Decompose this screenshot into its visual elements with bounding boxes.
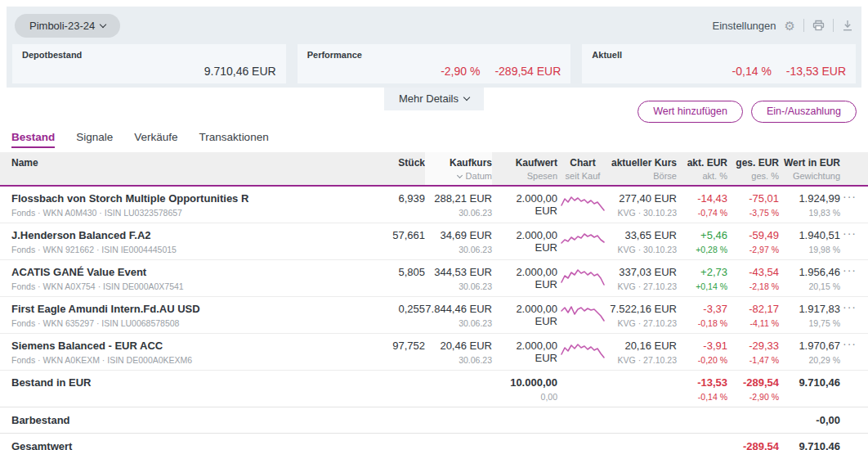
fund-ids: Fonds · WKN A0X754 · ISIN DE000A0X7541 [11, 281, 368, 291]
tab-transaktionen[interactable]: Transaktionen [199, 131, 269, 148]
add-value-button[interactable]: Wert hinzufügen [638, 101, 743, 123]
col-kaufkurs-sorted[interactable]: Kaufkurs Datum [425, 152, 492, 185]
row-menu-icon[interactable]: ··· [840, 340, 857, 348]
fund-name[interactable]: Siemens Balanced - EUR ACC [11, 340, 368, 352]
summary-row-gesamtwert: Gesamtwert -289,54 9.710,46 [0, 434, 868, 450]
card-label: Performance [307, 50, 562, 60]
divider [833, 19, 834, 32]
kaufkurs-value: 20,46 EUR [425, 340, 492, 352]
ges-pct-value: -4,11 % [727, 318, 779, 328]
download-icon[interactable] [842, 20, 853, 31]
sort-chevron-icon [457, 172, 463, 178]
gewichtung-value: 20,29 % [779, 355, 840, 365]
sparkline-chart [560, 267, 606, 288]
summary-wert: 9.710,46 [779, 376, 840, 389]
ges-eur-value: -59,49 [727, 229, 779, 241]
fund-name[interactable]: Flossbach von Storch Multiple Opportunit… [11, 192, 368, 205]
summary-label: Gesamtwert [11, 440, 368, 450]
kauf-datum: 30.06.23 [425, 281, 492, 291]
col-kurs[interactable]: aktueller Kurs Börse [608, 152, 677, 185]
row-menu-icon[interactable]: ··· [840, 266, 857, 274]
fund-name[interactable]: J.Henderson Balanced F.A2 [11, 229, 368, 241]
tab-signale[interactable]: Signale [76, 131, 113, 148]
akt-eur-value: -3,91 [677, 340, 727, 352]
boerse-info: KVG · 27.10.23 [608, 281, 677, 291]
akt-eur-value: -3,37 [677, 303, 727, 315]
akt-pct-value: +0,14 % [677, 281, 727, 291]
fund-name[interactable]: ACATIS GANÉ Value Event [11, 266, 368, 278]
summary-spesen: 0,00 [492, 392, 557, 402]
akt-eur-value: +5,46 [677, 229, 727, 241]
table-row: Siemens Balanced - EUR ACCFonds · WKN A0… [0, 334, 868, 371]
settings-label: Einstellungen [712, 20, 776, 32]
kurs-value: 7.522,16 EUR [608, 303, 677, 315]
col-name[interactable]: Name [11, 152, 368, 185]
gewichtung-value: 19,98 % [779, 245, 840, 254]
depot-value: 9.710,46 EUR [204, 65, 276, 78]
aktuell-value: -13,53 EUR [786, 65, 846, 78]
col-wert[interactable]: Wert in EUR Gewichtung [779, 152, 840, 185]
ges-eur-value: -29,33 [727, 340, 779, 352]
table-row: Flossbach von Storch Multiple Opportunit… [0, 187, 868, 223]
settings-toolbar: Einstellungen ⚙ [712, 19, 853, 32]
card-label: Aktuell [592, 50, 846, 60]
gesamtwert-ges-eur: -289,54 [727, 440, 779, 450]
portfolio-name: Pimboli-23-24 [29, 20, 95, 32]
portfolio-page: Pimboli-23-24 Einstellungen ⚙ [0, 0, 868, 450]
col-chart[interactable]: Chart seit Kauf [557, 152, 608, 185]
akt-pct-value: -0,74 % [677, 208, 727, 218]
sparkline-chart [560, 340, 606, 362]
summary-band: Pimboli-23-24 Einstellungen ⚙ [7, 7, 861, 88]
col-kaufwert[interactable]: Kaufwert Spesen [492, 152, 557, 185]
summary-akt-eur: -13,53 [677, 376, 727, 389]
card-performance: Performance -2,90 % -289,54 EUR [298, 44, 571, 83]
fund-name[interactable]: First Eagle Amundi Intern.Fd.AU USD [11, 303, 368, 315]
boerse-info: KVG · 27.10.23 [608, 355, 677, 365]
ges-pct-value: -3,75 % [727, 208, 779, 218]
details-actions-row: Mehr Details Wert hinzufügen Ein-/Auszah… [0, 88, 868, 126]
kpi-cards: Depotbestand 9.710,46 EUR Performance -2… [12, 44, 856, 83]
ges-eur-value: -82,17 [727, 303, 779, 315]
more-details-label: Mehr Details [399, 92, 459, 105]
row-menu-icon[interactable]: ··· [840, 192, 857, 200]
wert-value: 1.917,83 [779, 303, 840, 315]
col-akt-eur[interactable]: akt. EUR akt. % [677, 152, 727, 185]
boerse-info: KVG · 27.10.23 [608, 318, 677, 328]
boerse-info: KVG · 30.10.23 [608, 245, 677, 254]
tab-bestand[interactable]: Bestand [11, 131, 55, 148]
kurs-value: 337,03 EUR [608, 266, 677, 278]
deposit-withdrawal-button[interactable]: Ein-/Auszahlung [751, 101, 857, 123]
gesamtwert-wert: 9.710,46 [779, 440, 840, 450]
more-details-button[interactable]: Mehr Details [384, 88, 484, 110]
kaufkurs-value: 7.844,46 EUR [425, 303, 492, 315]
tab-bar: Bestand Signale Verkäufe Transaktionen [0, 126, 868, 152]
gear-icon[interactable]: ⚙ [785, 20, 795, 32]
akt-eur-value: -14,43 [677, 192, 727, 205]
barbestand-wert: -0,00 [779, 414, 840, 426]
col-ges-eur[interactable]: ges. EUR ges. % [727, 152, 779, 185]
card-aktuell: Aktuell -0,14 % -13,53 EUR [582, 44, 856, 83]
col-stueck[interactable]: Stück [368, 152, 425, 185]
performance-percent: -2,90 % [441, 65, 480, 78]
card-label: Depotbestand [22, 50, 276, 60]
table-header: Name Stück Kaufkurs Datum Kaufwert Spese… [0, 152, 868, 187]
gewichtung-value: 19,83 % [779, 208, 840, 218]
row-menu-icon[interactable]: ··· [840, 303, 857, 311]
stueck-value: 0,255 [368, 303, 425, 315]
row-menu-icon[interactable]: ··· [840, 229, 857, 237]
kurs-value: 33,65 EUR [608, 229, 677, 241]
kaufwert-value: 2.000,00 EUR [492, 266, 557, 290]
chevron-down-icon [100, 20, 106, 27]
kurs-value: 277,40 EUR [608, 192, 677, 205]
kaufkurs-value: 34,69 EUR [425, 229, 492, 241]
table-row: First Eagle Amundi Intern.Fd.AU USDFonds… [0, 297, 868, 334]
print-icon[interactable] [812, 20, 825, 31]
tab-verkaeufe[interactable]: Verkäufe [134, 131, 177, 148]
summary-akt-pct: -0,14 % [677, 392, 727, 402]
table-row: ACATIS GANÉ Value EventFonds · WKN A0X75… [0, 260, 868, 297]
summary-ges-eur: -289,54 [727, 376, 779, 389]
chevron-down-icon [463, 94, 470, 101]
portfolio-selector[interactable]: Pimboli-23-24 [15, 14, 120, 38]
kaufwert-value: 2.000,00 EUR [492, 340, 557, 364]
divider [803, 19, 804, 32]
